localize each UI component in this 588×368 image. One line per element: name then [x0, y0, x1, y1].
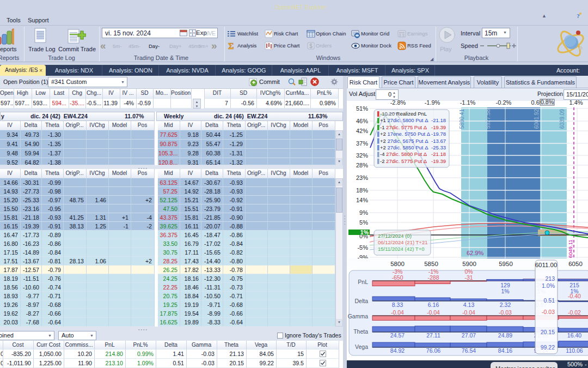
svg-text:1.0%: 1.0% [542, 282, 555, 289]
svg-text:-0.04: -0.04 [391, 309, 404, 316]
svg-text:5900: 5900 [462, 261, 476, 267]
svg-text:-31: -31 [464, 274, 473, 281]
svg-text:18%: 18% [356, 187, 368, 194]
svg-text:76.54: 76.54 [462, 347, 476, 354]
svg-text:+2 27dic. 5850 Put Δ: +2 27dic. 5850 Put Δ [380, 144, 428, 150]
svg-text:Σ: Σ [228, 41, 234, 50]
svg-text:15/11/2024 (42) T+0: 15/11/2024 (42) T+0 [378, 246, 424, 252]
svg-text:6.16: 6.16 [428, 301, 439, 308]
svg-text:42%: 42% [356, 128, 368, 134]
svg-text:-19.39: -19.39 [431, 158, 446, 164]
svg-text:46%: 46% [356, 118, 368, 124]
svg-text:9%: 9% [359, 209, 368, 216]
svg-text:-1 27dic. 5775 Put Δ: -1 27dic. 5775 Put Δ [380, 124, 427, 130]
svg-text:-1.9%: -1.9% [425, 99, 440, 106]
svg-text:$: $ [309, 43, 313, 49]
svg-text:-5%: -5% [357, 244, 368, 251]
svg-text:27.07: 27.07 [462, 332, 476, 339]
svg-text:-0.02: -0.02 [568, 309, 581, 316]
svg-text:6049.11: 6049.11 [567, 239, 573, 258]
svg-text:32%: 32% [356, 152, 368, 159]
svg-text:16.40: 16.40 [567, 332, 581, 339]
svg-text:Delta: Delta [354, 298, 368, 304]
svg-text:1%: 1% [360, 229, 369, 236]
svg-text:27.11: 27.11 [426, 332, 440, 339]
svg-text:6001.92: 6001.92 [534, 109, 540, 129]
svg-text:6039.09: 6039.09 [559, 109, 565, 129]
svg-text:-0.2%: -0.2% [496, 99, 512, 106]
svg-text:+2 17ene. 5750 Put Δ: +2 17ene. 5750 Put Δ [380, 131, 431, 137]
svg-text:6011.00: 6011.00 [535, 262, 558, 268]
svg-text:5800: 5800 [390, 261, 405, 267]
svg-text:14%: 14% [356, 197, 368, 203]
svg-text:-13.67: -13.67 [431, 138, 446, 144]
svg-text:6050: 6050 [568, 261, 583, 267]
svg-text:62.9%: 62.9% [467, 250, 483, 256]
svg-text:+2 27dic. 5675 Put Δ: +2 27dic. 5675 Put Δ [380, 138, 428, 144]
svg-text:?: ? [577, 13, 580, 19]
svg-text:-0.03: -0.03 [499, 309, 512, 316]
svg-text:213: 213 [545, 275, 555, 282]
svg-text:5927.58: 5927.58 [485, 109, 491, 129]
svg-text:0.8%: 0.8% [541, 99, 554, 105]
svg-text:4.13: 4.13 [463, 301, 475, 308]
svg-text:84.16: 84.16 [498, 347, 512, 354]
svg-text:8.33: 8.33 [392, 301, 403, 308]
svg-text:+1 27dic. 5800 Put Δ: +1 27dic. 5800 Put Δ [380, 117, 428, 123]
svg-text:Vega: Vega [355, 343, 368, 350]
svg-text:-650: -650 [391, 274, 403, 281]
svg-text:0.51: 0.51 [544, 297, 555, 304]
svg-text:5890.41: 5890.41 [459, 109, 465, 129]
svg-text:-0.04: -0.04 [462, 309, 475, 316]
svg-text:27/12/2024 (0): 27/12/2024 (0) [378, 233, 412, 239]
svg-text:23%: 23% [356, 174, 368, 181]
svg-text:-10.20 Realized PnL: -10.20 Realized PnL [380, 111, 427, 117]
svg-text:-4 27dic. 5800 Put Δ: -4 27dic. 5800 Put Δ [380, 151, 427, 157]
svg-text:PnL: PnL [358, 279, 368, 285]
svg-text:37%: 37% [356, 140, 368, 147]
svg-text:06/12/2024 (21) T+21: 06/12/2024 (21) T+21 [378, 239, 427, 245]
svg-text:20.15: 20.15 [541, 329, 555, 335]
svg-text:24.89: 24.89 [498, 332, 512, 339]
svg-text:2.32: 2.32 [500, 301, 511, 308]
svg-text:-2 27dic. 5775 Put Δ: -2 27dic. 5775 Put Δ [380, 158, 427, 164]
svg-text:5850: 5850 [424, 261, 438, 267]
svg-text:5950: 5950 [499, 261, 513, 267]
svg-text:76.06: 76.06 [426, 347, 440, 354]
svg-text:-2.8%: -2.8% [390, 99, 406, 106]
svg-text:110.06: 110.06 [566, 347, 583, 354]
svg-text:Gamma: Gamma [348, 313, 369, 319]
svg-text:84.92: 84.92 [390, 347, 405, 354]
svg-text:1%: 1% [501, 288, 509, 294]
svg-text:-288: -288 [427, 274, 439, 281]
svg-text:51%: 51% [356, 105, 368, 112]
svg-text:99.22: 99.22 [541, 344, 555, 351]
svg-text:-0.03: -0.03 [542, 309, 555, 315]
svg-text:-25.33: -25.33 [431, 144, 446, 150]
svg-text:1.4%: 1.4% [569, 99, 583, 106]
svg-text:-19.78: -19.78 [431, 131, 446, 137]
svg-text:-1.1%: -1.1% [460, 99, 476, 106]
svg-text:-21.18: -21.18 [431, 117, 446, 123]
svg-text:-0.04: -0.04 [427, 309, 440, 316]
svg-text:-21.18: -21.18 [431, 151, 446, 157]
svg-text:Theta: Theta [353, 328, 368, 335]
svg-text:-0.40: -0.40 [568, 293, 581, 299]
svg-text:24.57: 24.57 [390, 332, 405, 339]
svg-text:5%: 5% [359, 219, 368, 226]
svg-text:28%: 28% [356, 162, 368, 168]
svg-text:-19.39: -19.39 [431, 124, 446, 130]
